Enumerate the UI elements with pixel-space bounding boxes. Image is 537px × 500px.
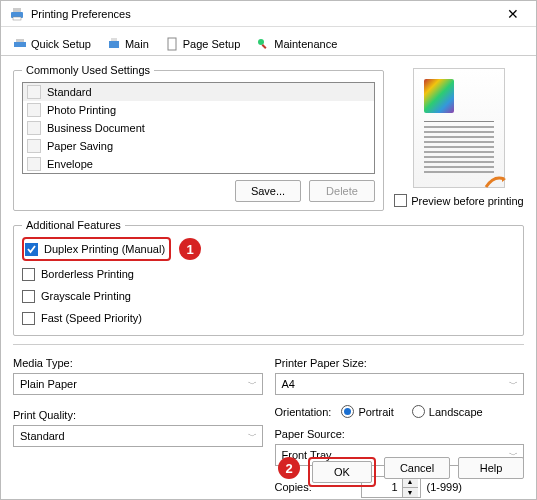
chevron-down-icon: ﹀ <box>248 430 257 443</box>
svg-rect-4 <box>16 39 24 42</box>
checkbox-label: Grayscale Printing <box>41 290 131 302</box>
paper-size-combo[interactable]: A4﹀ <box>275 373 525 395</box>
tab-quick-setup[interactable]: Quick Setup <box>11 33 93 55</box>
tab-label: Page Setup <box>183 38 241 50</box>
tab-page-setup[interactable]: Page Setup <box>163 33 243 55</box>
print-quality-combo[interactable]: Standard﹀ <box>13 425 263 447</box>
corner-icon <box>484 167 506 189</box>
paper-size-label: Printer Paper Size: <box>275 357 525 369</box>
media-type-label: Media Type: <box>13 357 263 369</box>
checkbox-row[interactable]: Grayscale Printing <box>22 287 515 305</box>
checkbox-label: Fast (Speed Priority) <box>41 312 142 324</box>
svg-rect-3 <box>14 42 26 47</box>
tab-label: Quick Setup <box>31 38 91 50</box>
portrait-option[interactable]: Portrait <box>341 405 393 418</box>
svg-rect-5 <box>109 41 119 48</box>
callout-1: 1 <box>179 238 201 260</box>
cancel-button[interactable]: Cancel <box>384 457 450 479</box>
additional-features-legend: Additional Features <box>22 219 125 231</box>
tab-maintenance[interactable]: Maintenance <box>254 33 339 55</box>
commonly-used-group: Commonly Used Settings Standard Photo Pr… <box>13 64 384 211</box>
window-title: Printing Preferences <box>31 8 498 20</box>
delete-button[interactable]: Delete <box>309 180 375 202</box>
highlight-duplex: Duplex Printing (Manual) <box>22 237 171 261</box>
quick-setup-icon <box>13 37 27 51</box>
fast-checkbox[interactable] <box>22 312 35 325</box>
tab-main[interactable]: Main <box>105 33 151 55</box>
checkbox-row[interactable]: Borderless Printing <box>22 265 515 283</box>
maintenance-icon <box>256 37 270 51</box>
list-item[interactable]: Photo Printing <box>23 101 374 119</box>
titlebar: Printing Preferences ✕ <box>1 1 536 27</box>
list-item[interactable]: Business Document <box>23 119 374 137</box>
settings-listbox[interactable]: Standard Photo Printing Business Documen… <box>22 82 375 174</box>
highlight-ok: OK <box>308 457 376 487</box>
svg-rect-1 <box>13 8 21 12</box>
printer-icon <box>9 6 25 22</box>
grayscale-checkbox[interactable] <box>22 290 35 303</box>
svg-rect-7 <box>168 38 176 50</box>
doc-icon <box>27 85 41 99</box>
svg-point-8 <box>258 39 264 45</box>
duplex-checkbox[interactable] <box>25 243 38 256</box>
divider <box>13 344 524 345</box>
envelope-icon <box>27 157 41 171</box>
papersave-icon <box>27 139 41 153</box>
main-icon <box>107 37 121 51</box>
tab-label: Main <box>125 38 149 50</box>
checkbox-row[interactable]: Fast (Speed Priority) <box>22 309 515 327</box>
preview-checkbox-row[interactable]: Preview before printing <box>394 194 524 207</box>
tab-label: Maintenance <box>274 38 337 50</box>
checkbox-label: Duplex Printing (Manual) <box>44 243 165 255</box>
list-item[interactable]: Standard <box>23 83 374 101</box>
business-icon <box>27 121 41 135</box>
photo-icon <box>27 103 41 117</box>
chevron-down-icon: ﹀ <box>509 378 518 391</box>
help-button[interactable]: Help <box>458 457 524 479</box>
portrait-radio[interactable] <box>341 405 354 418</box>
media-type-combo[interactable]: Plain Paper﹀ <box>13 373 263 395</box>
svg-rect-2 <box>13 17 21 20</box>
list-item[interactable]: Envelope <box>23 155 374 173</box>
close-button[interactable]: ✕ <box>498 6 528 22</box>
paper-source-label: Paper Source: <box>275 428 525 440</box>
print-quality-label: Print Quality: <box>13 409 263 421</box>
svg-rect-9 <box>262 44 267 49</box>
borderless-checkbox[interactable] <box>22 268 35 281</box>
landscape-radio[interactable] <box>412 405 425 418</box>
preview-checkbox[interactable] <box>394 194 407 207</box>
preview-label: Preview before printing <box>411 195 524 207</box>
list-item[interactable]: Paper Saving <box>23 137 374 155</box>
svg-rect-6 <box>111 38 117 41</box>
page-setup-icon <box>165 37 179 51</box>
ok-button[interactable]: OK <box>312 461 372 483</box>
page-preview <box>413 68 505 188</box>
commonly-used-legend: Commonly Used Settings <box>22 64 154 76</box>
additional-features-group: Additional Features Duplex Printing (Man… <box>13 219 524 336</box>
tab-strip: Quick Setup Main Page Setup Maintenance <box>1 27 536 56</box>
orientation-label: Orientation: <box>275 406 332 418</box>
checkbox-label: Borderless Printing <box>41 268 134 280</box>
landscape-option[interactable]: Landscape <box>412 405 483 418</box>
footer: 2 OK Cancel Help <box>266 451 536 493</box>
chevron-down-icon: ﹀ <box>248 378 257 391</box>
save-button[interactable]: Save... <box>235 180 301 202</box>
checkbox-row[interactable]: Duplex Printing (Manual) <box>25 240 165 258</box>
callout-2: 2 <box>278 457 300 479</box>
